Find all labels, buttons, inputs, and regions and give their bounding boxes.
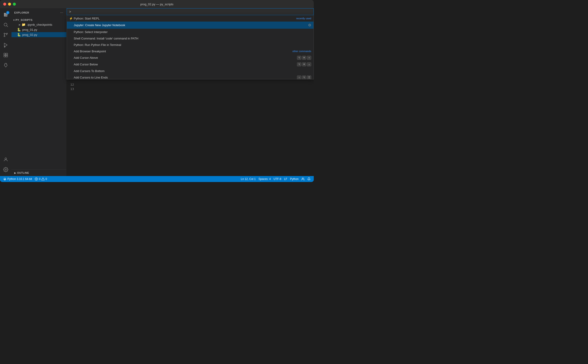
maximize-button[interactable]: [13, 3, 16, 6]
sidebar-item-run[interactable]: [1, 40, 10, 50]
editor-content[interactable]: 12 13: [67, 81, 314, 176]
svg-line-16: [5, 63, 5, 65]
other-commands-badge: other commands: [292, 50, 311, 52]
command-input[interactable]: [67, 8, 314, 15]
folder-name: .ipynb_checkpoints: [27, 23, 52, 26]
gear-icon[interactable]: ⚙: [308, 23, 311, 27]
prog01-item[interactable]: 🐍 prog_01.py: [12, 27, 66, 32]
feedback-icon-item[interactable]: [300, 176, 306, 182]
notification-icon-item[interactable]: [306, 176, 312, 182]
py-scripts-section[interactable]: ▾ PY_SCRIPTS: [12, 18, 66, 22]
interpreter-label: Python: Select Interpreter: [74, 30, 311, 34]
code-lines: [78, 82, 314, 91]
encoding-label: UTF-8: [274, 177, 281, 181]
titlebar: prog_02.py — py_scripts: [0, 0, 314, 8]
command-item-shell[interactable]: Shell Command: Install 'code' command in…: [67, 35, 314, 42]
svg-point-7: [4, 33, 5, 34]
sidebar-header-actions: ···: [60, 10, 64, 15]
command-item-cursors-line-ends[interactable]: Add Cursors to Line Ends ⇧ ⌥ I: [67, 74, 314, 79]
cursor-above-shortcut: ⌥ ⌘ ↑: [297, 56, 311, 60]
command-item-breakpoint[interactable]: Add Browser Breakpoint other commands: [67, 48, 314, 54]
command-item-cursor-above[interactable]: Add Cursor Above ⌥ ⌘ ↑: [67, 54, 314, 61]
svg-point-25: [302, 178, 303, 179]
command-item-jupyter[interactable]: Jupyter: Create New Jupyter Notebook ⚙: [67, 22, 314, 29]
encoding-item[interactable]: UTF-8: [272, 176, 283, 182]
outline-section[interactable]: ▶ OUTLINE: [12, 169, 66, 176]
cursors-line-ends-label: Add Cursors to Line Ends: [74, 76, 297, 79]
minimize-button[interactable]: [8, 3, 11, 6]
window-title: prog_02.py — py_scripts: [140, 2, 173, 6]
svg-point-19: [5, 169, 7, 170]
svg-rect-14: [4, 55, 6, 57]
sidebar-item-extensions[interactable]: [1, 51, 10, 60]
command-item-interpreter[interactable]: Python: Select Interpreter: [67, 29, 314, 35]
warning-count: 0: [46, 177, 47, 181]
traffic-lights: [3, 3, 16, 6]
sidebar-title: EXPLORER: [14, 11, 29, 14]
prog02-item[interactable]: 🐍 prog_02.py: [12, 32, 66, 37]
command-item-run[interactable]: Python: Run Python File in Terminal: [67, 42, 314, 48]
outline-arrow: ▶: [14, 172, 16, 174]
command-item-cursors-bottom[interactable]: Add Cursors To Bottom: [67, 68, 314, 74]
ipynb-checkpoints-item[interactable]: ▶ 📁 .ipynb_checkpoints: [12, 22, 66, 27]
cursor-above-label: Add Cursor Above: [74, 56, 297, 59]
command-icon: ⚡: [69, 17, 74, 20]
svg-line-17: [7, 63, 7, 65]
command-item-python-repl[interactable]: ⚡ Python: Start REPL recently used: [67, 15, 314, 22]
editor-area: ✦ ⚡ Python: Start REPL recently used: [67, 8, 314, 176]
notification-icon: [307, 177, 311, 181]
activity-bar: 2: [0, 8, 12, 176]
line-num-13: 13: [67, 87, 74, 91]
account-icon[interactable]: [1, 155, 10, 164]
breakpoint-label: Add Browser Breakpoint: [74, 50, 292, 53]
sidebar-more-button[interactable]: ···: [60, 10, 64, 15]
kbd-alt2: ⌥: [297, 62, 301, 66]
svg-rect-15: [6, 55, 7, 57]
line-ending-item[interactable]: LF: [283, 176, 289, 182]
kbd-alt: ⌥: [297, 56, 301, 60]
cursor-below-shortcut: ⌥ ⌘ ↓: [297, 62, 311, 66]
ln-col-label: Ln 12, Col 1: [241, 177, 256, 181]
section-arrow: ▾: [13, 19, 15, 21]
spaces-item[interactable]: Spaces: 4: [257, 176, 272, 182]
sidebar: EXPLORER ··· ▾ PY_SCRIPTS ▶ 📁 .ipynb_che…: [12, 8, 67, 176]
kbd-down: ↓: [307, 62, 311, 66]
kbd-cmd: ⌘: [302, 56, 306, 60]
kbd-up: ↑: [307, 56, 311, 60]
python-file-icon: 🐍: [17, 28, 21, 32]
svg-point-9: [4, 36, 5, 37]
file-name-2: prog_02.py: [22, 33, 37, 37]
cursors-line-ends-shortcut: ⇧ ⌥ I: [297, 76, 311, 79]
status-bar: Python 3.10.1 64-bit 0 0 Ln 12, Col 1 Sp…: [0, 176, 314, 182]
ln-col-item[interactable]: Ln 12, Col 1: [240, 176, 257, 182]
sidebar-item-explorer[interactable]: 2: [1, 10, 10, 19]
svg-rect-13: [6, 53, 7, 55]
python-version-label: Python 3.10.1 64-bit: [7, 177, 32, 181]
kbd-i: I: [307, 76, 311, 79]
activity-bar-bottom: [1, 155, 10, 176]
settings-icon[interactable]: [1, 165, 10, 174]
language-item[interactable]: Python: [289, 176, 300, 182]
sidebar-item-test[interactable]: [1, 61, 10, 70]
error-count: 0: [39, 177, 40, 181]
cursors-bottom-label: Add Cursors To Bottom: [74, 69, 311, 73]
svg-rect-12: [4, 53, 6, 55]
code-line-13: [78, 87, 314, 91]
file-tree: ▾ PY_SCRIPTS ▶ 📁 .ipynb_checkpoints 🐍 pr…: [12, 17, 66, 38]
command-item-cursor-below[interactable]: Add Cursor Below ⌥ ⌘ ↓: [67, 61, 314, 68]
python-version-item[interactable]: Python 3.10.1 64-bit: [2, 176, 33, 182]
line-ending-label: LF: [284, 177, 287, 181]
recently-used-badge: recently used: [296, 17, 311, 20]
command-palette: ⚡ Python: Start REPL recently used Jupyt…: [67, 8, 314, 79]
kbd-cmd2: ⌘: [302, 62, 306, 66]
kbd-alt3: ⌥: [302, 76, 306, 79]
errors-item[interactable]: 0 0: [33, 176, 48, 182]
close-button[interactable]: [3, 3, 6, 6]
code-line-12: [78, 82, 314, 87]
command-dropdown: ⚡ Python: Start REPL recently used Jupyt…: [67, 15, 314, 79]
sidebar-item-git[interactable]: [1, 30, 10, 39]
sidebar-item-search[interactable]: [1, 20, 10, 29]
command-input-wrapper: [67, 8, 314, 15]
spaces-label: Spaces: 4: [258, 177, 271, 181]
jupyter-label: Jupyter: Create New Jupyter Notebook: [74, 23, 306, 27]
